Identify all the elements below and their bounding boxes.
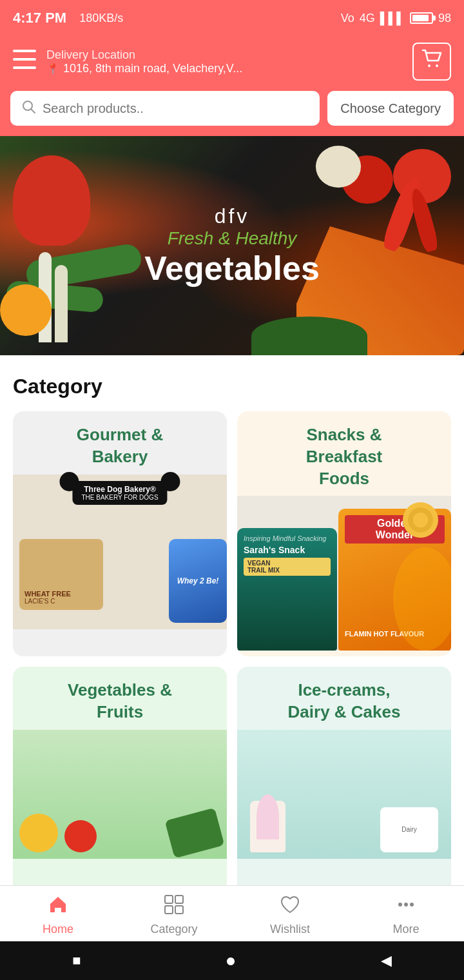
- home-icon: [47, 894, 69, 920]
- gourmet-image: Three Dog Bakery® THE BAKERY FOR DOGS WH…: [13, 475, 227, 629]
- nav-category-label: Category: [150, 923, 197, 936]
- nav-category[interactable]: Category: [116, 894, 232, 936]
- search-section: Choose Category: [0, 91, 464, 136]
- category-card-vegetables[interactable]: Vegetables &Fruits: [13, 667, 227, 912]
- svg-rect-9: [165, 906, 173, 914]
- category-icon: [163, 894, 185, 920]
- more-icon: [395, 894, 417, 920]
- nav-more-label: More: [392, 923, 419, 936]
- bottom-nav: Home Category Wishlist Mor: [0, 885, 464, 941]
- svg-point-12: [404, 903, 408, 906]
- svg-point-3: [428, 64, 430, 67]
- banner-text: dfv Fresh & Healthy Vegetables: [144, 204, 320, 288]
- delivery-info: Delivery Location 📍 1016, 8th main road,…: [36, 48, 412, 75]
- gourmet-title: Gourmet &Bakery: [13, 411, 227, 475]
- snacks-image: Inspiring Mindful Snacking Sarah's Snack…: [237, 496, 451, 651]
- svg-point-11: [398, 903, 402, 906]
- category-section-title: Category: [13, 368, 451, 398]
- snacks-title: Snacks &BreakfastFoods: [237, 411, 451, 496]
- search-icon: [21, 99, 36, 118]
- nav-wishlist[interactable]: Wishlist: [232, 894, 348, 936]
- vegetables-title: Vegetables &Fruits: [13, 667, 227, 730]
- svg-rect-1: [13, 58, 36, 61]
- nav-wishlist-label: Wishlist: [270, 923, 310, 936]
- delivery-address[interactable]: 📍 1016, 8th main road, Velachery,V...: [46, 62, 402, 75]
- svg-rect-10: [175, 906, 183, 914]
- svg-point-13: [410, 903, 414, 906]
- category-grid: Gourmet &Bakery Three Dog Bakery® THE BA…: [13, 411, 451, 922]
- status-bar: 4:17 PM 180KB/s Vo 4G ▌▌▌ 98: [0, 0, 464, 36]
- svg-rect-7: [165, 896, 173, 903]
- svg-rect-2: [13, 66, 36, 69]
- svg-point-4: [436, 64, 438, 67]
- status-time: 4:17 PM: [13, 10, 66, 26]
- hero-banner: dfv Fresh & Healthy Vegetables: [0, 136, 464, 355]
- status-speed: 180KB/s: [79, 12, 123, 25]
- banner-subtitle: Fresh & Healthy: [144, 228, 320, 249]
- location-pin-icon: 📍: [46, 63, 59, 75]
- menu-button[interactable]: [13, 50, 36, 74]
- category-card-gourmet[interactable]: Gourmet &Bakery Three Dog Bakery® THE BA…: [13, 411, 227, 656]
- svg-line-6: [32, 110, 35, 113]
- svg-rect-0: [13, 50, 36, 52]
- android-home-button[interactable]: ●: [226, 950, 237, 971]
- category-card-snacks[interactable]: Snacks &BreakfastFoods Inspiring Mindful…: [237, 411, 451, 656]
- android-nav: ■ ● ◀: [0, 941, 464, 980]
- android-square-button[interactable]: ■: [72, 952, 81, 969]
- nav-home-label: Home: [43, 923, 73, 936]
- signal-icon: Vo: [341, 12, 354, 25]
- header: Delivery Location 📍 1016, 8th main road,…: [0, 36, 464, 91]
- wishlist-icon: [279, 894, 301, 920]
- search-input[interactable]: [43, 101, 309, 116]
- banner-brand: dfv: [144, 204, 320, 228]
- cart-button[interactable]: [412, 43, 451, 81]
- signal-bars-icon: ▌▌▌: [380, 12, 405, 25]
- search-input-wrap[interactable]: [10, 91, 320, 126]
- delivery-label: Delivery Location: [46, 48, 402, 62]
- banner-title: Vegetables: [144, 249, 320, 288]
- nav-more[interactable]: More: [348, 894, 464, 936]
- battery-icon: [410, 12, 433, 24]
- network-icon: 4G: [360, 12, 375, 25]
- svg-rect-8: [175, 896, 183, 903]
- android-back-button[interactable]: ◀: [381, 952, 392, 969]
- category-card-icecreams[interactable]: Ice-creams,Dairy & Cakes Dairy: [237, 667, 451, 912]
- choose-category-button[interactable]: Choose Category: [327, 91, 454, 126]
- nav-home[interactable]: Home: [0, 894, 116, 936]
- icecreams-title: Ice-creams,Dairy & Cakes: [237, 667, 451, 730]
- battery-level: 98: [438, 12, 451, 25]
